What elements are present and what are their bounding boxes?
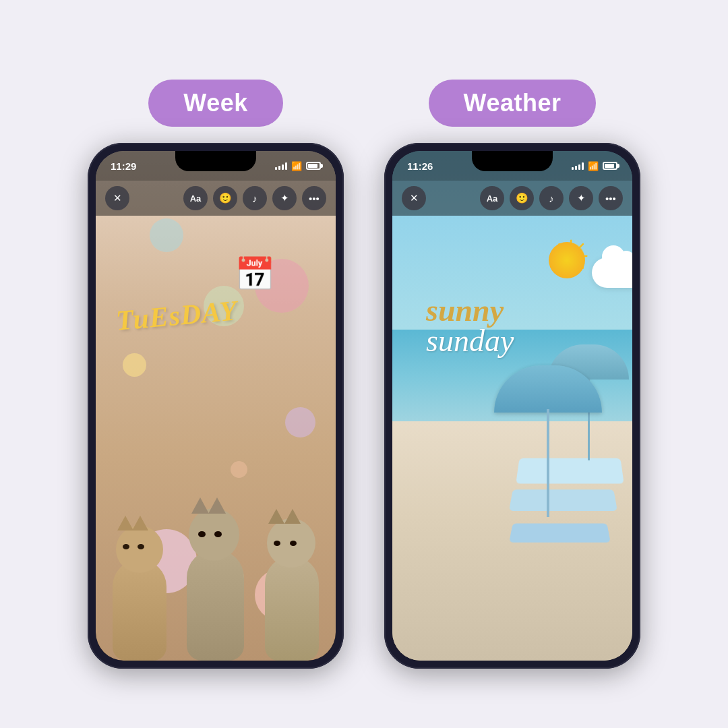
- week-label: Week: [148, 80, 282, 127]
- right-toolbar-center: Aa 🙂 ♪ ✦ •••: [480, 186, 623, 210]
- balloon-blue: [150, 218, 183, 252]
- right-toolbar: ✕ Aa 🙂 ♪ ✦ •••: [392, 181, 632, 216]
- right-more-btn[interactable]: •••: [599, 186, 623, 210]
- sunny-line2: sunday: [426, 323, 514, 359]
- beach-background: [392, 151, 632, 661]
- calendar-sticker: 📅: [235, 255, 275, 293]
- left-signal-icon: [275, 162, 287, 170]
- kittens-area: [96, 431, 336, 661]
- right-time: 11:26: [407, 160, 433, 172]
- balloon-yellow-small: [123, 353, 146, 377]
- left-more-btn[interactable]: •••: [302, 186, 326, 210]
- left-music-btn[interactable]: ♪: [243, 186, 267, 210]
- right-battery-icon: [603, 162, 617, 170]
- right-wifi-icon: 📶: [588, 161, 599, 171]
- left-phone-screen: 📅 TuEsDAY: [96, 151, 336, 661]
- right-screen-content: sunny sunday: [392, 151, 632, 661]
- right-face-btn[interactable]: 🙂: [510, 186, 534, 210]
- right-phone: sunny sunday 11:26 📶: [384, 143, 640, 669]
- left-screen-content: 📅 TuEsDAY: [96, 151, 336, 661]
- left-wifi-icon: 📶: [291, 161, 302, 171]
- main-container: Week: [88, 59, 640, 669]
- left-toolbar-center: Aa 🙂 ♪ ✦ •••: [183, 186, 326, 210]
- right-sparkle-btn[interactable]: ✦: [569, 186, 593, 210]
- weather-label: Weather: [429, 80, 597, 127]
- right-close-btn[interactable]: ✕: [402, 186, 426, 210]
- right-music-btn[interactable]: ♪: [539, 186, 564, 210]
- left-notch: [175, 151, 256, 171]
- left-text-btn[interactable]: Aa: [183, 186, 208, 210]
- left-battery-icon: [306, 162, 321, 170]
- left-toolbar: ✕ Aa 🙂 ♪ ✦ •••: [96, 181, 336, 216]
- kitten-left: [102, 526, 177, 661]
- kitten-right: [255, 522, 329, 661]
- right-column: Weather: [384, 80, 640, 669]
- left-phone: 📅 TuEsDAY: [88, 143, 344, 669]
- beach-umbrella: [494, 365, 602, 520]
- left-status-icons: 📶: [275, 161, 321, 171]
- left-face-btn[interactable]: 🙂: [213, 186, 237, 210]
- sunny-text-container: sunny sunday: [426, 293, 514, 359]
- right-notch: [472, 151, 553, 171]
- tuesday-text: TuEsDAY: [115, 294, 239, 337]
- right-text-btn[interactable]: Aa: [480, 186, 504, 210]
- left-column: Week: [88, 80, 344, 669]
- left-sparkle-btn[interactable]: ✦: [272, 186, 297, 210]
- left-time: 11:29: [111, 160, 136, 172]
- sun-circle: [549, 242, 585, 278]
- kittens-background: 📅 TuEsDAY: [96, 151, 336, 661]
- left-close-btn[interactable]: ✕: [105, 186, 129, 210]
- kitten-center: [177, 512, 254, 661]
- right-status-icons: 📶: [572, 161, 617, 171]
- right-signal-icon: [572, 162, 584, 170]
- right-phone-screen: sunny sunday 11:26 📶: [392, 151, 632, 661]
- cloud-shape: [592, 257, 632, 288]
